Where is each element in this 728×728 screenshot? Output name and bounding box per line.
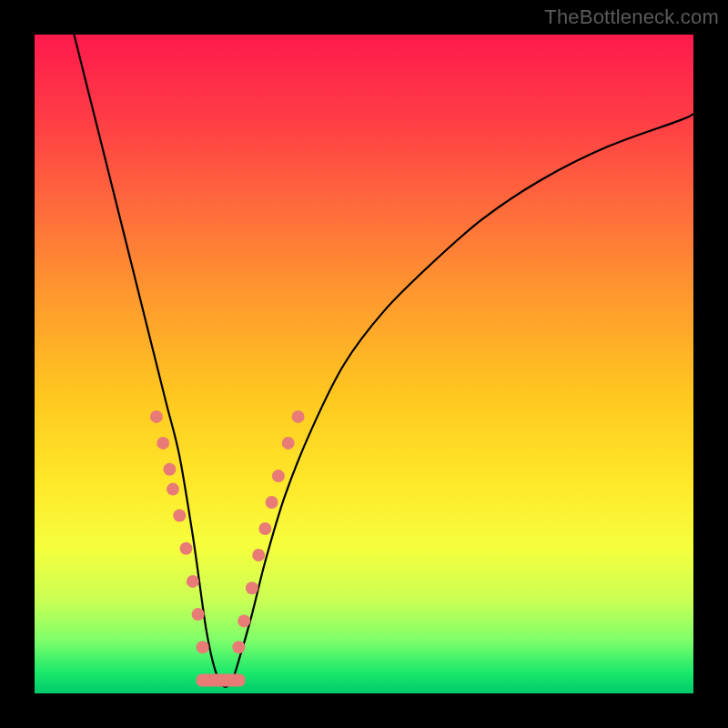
chart-frame: TheBottleneck.com <box>0 0 728 728</box>
highlight-dot <box>252 549 265 561</box>
highlight-dot <box>167 483 179 496</box>
highlight-dot <box>150 410 163 423</box>
chart-svg <box>35 35 693 693</box>
highlight-dot <box>180 542 193 555</box>
bottleneck-curve <box>74 35 693 687</box>
highlight-dots-group <box>150 410 305 653</box>
highlight-dot <box>272 470 285 482</box>
highlight-dot <box>163 463 176 476</box>
highlight-dot <box>192 608 205 621</box>
valley-blob <box>197 674 246 687</box>
highlight-dot <box>232 641 245 653</box>
highlight-dot <box>258 522 271 535</box>
highlight-dot <box>187 575 199 588</box>
plot-area <box>35 35 693 693</box>
highlight-dot <box>282 437 295 450</box>
watermark-text: TheBottleneck.com <box>544 5 719 29</box>
highlight-dot <box>292 410 305 423</box>
highlight-dot <box>197 641 209 653</box>
highlight-dot <box>266 496 278 509</box>
highlight-dot <box>246 581 258 594</box>
highlight-dot <box>173 510 186 522</box>
highlight-dot <box>157 437 169 450</box>
highlight-dot <box>238 614 250 627</box>
